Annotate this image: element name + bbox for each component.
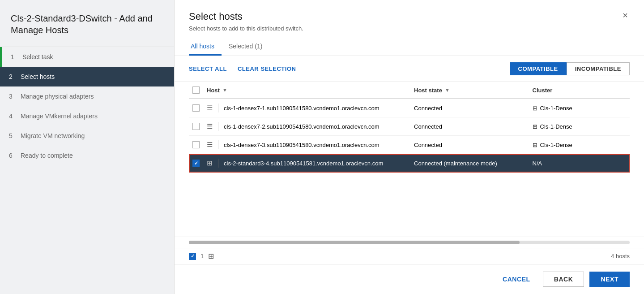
step-label-4: Manage VMkernel adapters [21,112,98,120]
row-checkbox-3[interactable] [192,160,200,167]
sidebar-step-4[interactable]: 4 Manage VMkernel adapters [0,106,174,126]
row-state-cell-2: Connected [410,136,529,154]
host-icon-1: ☰ [207,122,213,130]
header-state: Host state ▼ [410,82,529,99]
sidebar: Cls-2-Standard3-DSwitch - Add and Manage… [0,0,175,294]
cancel-button[interactable]: CANCEL [495,272,537,286]
table-row[interactable]: ☰cls-1-densex7-1.sub11090541580.vcndemo1… [189,99,630,117]
panel-subtitle: Select hosts to add to this distributed … [189,25,630,32]
column-toggle-icon[interactable]: ⊞ [208,252,214,260]
scrollbar-area [175,237,644,248]
footer-total-hosts: 4 hosts [611,253,630,259]
scrollbar-thumb[interactable] [189,241,520,244]
header-checkbox[interactable] [192,86,200,94]
row-checkbox-2[interactable] [192,141,200,148]
cluster-name-3: N/A [533,160,542,167]
step-number-6: 6 [9,152,16,159]
sidebar-step-3[interactable]: 3 Manage physical adapters [0,86,174,106]
row-state-cell-3: Connected (maintenance mode) [410,154,529,173]
scrollbar-track [189,241,630,244]
host-name-2: cls-1-densex7-3.sub11090541580.vcndemo1.… [224,142,380,148]
step-label-2: Select hosts [21,73,55,80]
header-checkbox-col [189,82,203,99]
step-number-2: 2 [9,73,16,80]
incompatible-button[interactable]: INCOMPATIBLE [567,62,630,75]
toolbar-left: SELECT ALL CLEAR SELECTION [189,65,296,72]
table-footer: 1 ⊞ 4 hosts [175,248,644,264]
row-host-cell-3: ⊞cls-2-standard3-4.sub11090541581.vcndem… [203,154,410,173]
footer-selected-count: 1 [200,253,204,259]
table-header-row: Host ▼ Host state ▼ Cluster [189,82,630,99]
step-number-1: 1 [11,53,18,61]
close-button[interactable]: × [621,11,630,20]
toolbar: SELECT ALL CLEAR SELECTION COMPATIBLE IN… [175,56,644,82]
step-label-3: Manage physical adapters [21,93,94,100]
row-host-cell-1: ☰cls-1-densex7-2.sub11090541580.vcndemo1… [203,117,410,136]
cluster-name-2: Cls-1-Dense [540,142,572,148]
row-host-cell-0: ☰cls-1-densex7-1.sub11090541580.vcndemo1… [203,99,410,117]
row-divider-1 [218,122,218,131]
row-checkbox-cell-2 [189,136,203,154]
sidebar-step-5[interactable]: 5 Migrate VM networking [0,126,174,146]
toolbar-right: COMPATIBLE INCOMPATIBLE [510,62,630,75]
step-label-1: Select task [22,53,53,61]
row-checkbox-cell-0 [189,99,203,117]
row-checkbox-cell-3 [189,154,203,173]
row-state-cell-1: Connected [410,117,529,136]
host-icon-0: ☰ [207,104,213,112]
row-host-cell-2: ☰cls-1-densex7-3.sub11090541580.vcndemo1… [203,136,410,154]
row-divider-0 [218,104,218,112]
main-panel: Select hosts × Select hosts to add to th… [175,0,644,294]
row-cluster-cell-1: ⊞Cls-1-Dense [529,117,630,136]
back-button[interactable]: BACK [543,272,584,287]
compatible-button[interactable]: COMPATIBLE [510,62,567,75]
row-cluster-cell-3: N/A [529,154,630,173]
cluster-col-label: Cluster [533,87,553,94]
row-state-cell-0: Connected [410,99,529,117]
host-icon-2: ☰ [207,141,213,149]
header-host: Host ▼ [203,82,410,99]
cluster-icon-2: ⊞ [533,142,537,148]
step-label-6: Ready to complete [21,152,73,159]
state-col-label: Host state [414,87,442,94]
row-checkbox-0[interactable] [192,104,200,112]
tab-selected[interactable]: Selected (1) [227,39,269,56]
row-cluster-cell-2: ⊞Cls-1-Dense [529,136,630,154]
host-col-label: Host [207,87,220,94]
table-row[interactable]: ☰cls-1-densex7-2.sub11090541580.vcndemo1… [189,117,630,136]
step-number-4: 4 [9,112,16,120]
hosts-table-container: Host ▼ Host state ▼ Cluster [175,82,644,237]
cluster-icon-1: ⊞ [533,123,537,130]
host-name-0: cls-1-densex7-1.sub11090541580.vcndemo1.… [224,105,380,112]
panel-header: Select hosts × Select hosts to add to th… [175,0,644,56]
host-name-1: cls-1-densex7-2.sub11090541580.vcndemo1.… [224,123,380,130]
host-filter-icon[interactable]: ▼ [222,87,227,93]
row-divider-3 [218,159,218,168]
table-row[interactable]: ⊞cls-2-standard3-4.sub11090541581.vcndem… [189,154,630,173]
cluster-icon-0: ⊞ [533,105,537,112]
cluster-name-1: Cls-1-Dense [540,123,572,130]
header-cluster: Cluster [529,82,630,99]
row-checkbox-1[interactable] [192,123,200,130]
tab-all-hosts[interactable]: All hosts [189,39,222,56]
host-name-3: cls-2-standard3-4.sub11090541581.vcndemo… [224,160,383,167]
cluster-name-0: Cls-1-Dense [540,105,572,112]
state-filter-icon[interactable]: ▼ [445,87,450,93]
row-divider-2 [218,140,218,149]
clear-selection-button[interactable]: CLEAR SELECTION [238,65,296,72]
hosts-table: Host ▼ Host state ▼ Cluster [189,82,630,173]
sidebar-step-1[interactable]: 1 Select task [0,47,174,67]
table-row[interactable]: ☰cls-1-densex7-3.sub11090541580.vcndemo1… [189,136,630,154]
sidebar-step-2[interactable]: 2 Select hosts [0,67,174,86]
tabs-bar: All hosts Selected (1) [189,39,630,56]
sidebar-steps: 1 Select task 2 Select hosts 3 Manage ph… [0,47,174,165]
row-checkbox-cell-1 [189,117,203,136]
footer-left: 1 ⊞ [189,252,214,260]
sidebar-step-6[interactable]: 6 Ready to complete [0,146,174,165]
footer-selected-checkbox[interactable] [189,253,196,260]
sidebar-title: Cls-2-Standard3-DSwitch - Add and Manage… [0,0,174,47]
panel-title: Select hosts [189,11,243,22]
next-button[interactable]: NEXT [589,272,630,287]
table-body: ☰cls-1-densex7-1.sub11090541580.vcndemo1… [189,99,630,173]
select-all-button[interactable]: SELECT ALL [189,65,227,72]
